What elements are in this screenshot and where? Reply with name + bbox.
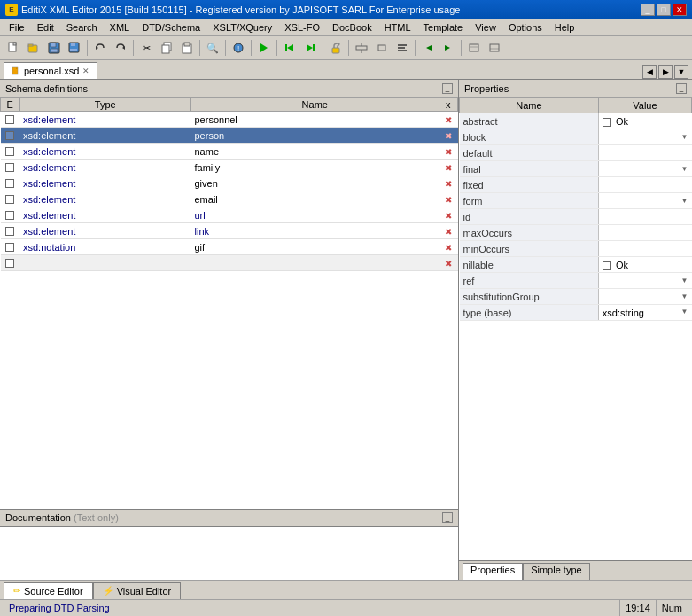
format-button[interactable] <box>393 38 412 58</box>
type-link[interactable]: xsd:element <box>23 194 75 205</box>
tab-source-editor[interactable]: ✏ Source Editor <box>4 582 93 599</box>
type-link[interactable]: xsd:element <box>23 130 75 141</box>
delete-icon[interactable]: ✖ <box>445 131 452 141</box>
cut-button[interactable]: ✂ <box>136 38 156 58</box>
menu-xml[interactable]: XML <box>105 21 136 34</box>
prop-value[interactable] <box>598 145 691 161</box>
menu-xslt[interactable]: XSLT/XQuery <box>207 21 277 34</box>
prop-row-default[interactable]: default <box>460 145 692 161</box>
table-row[interactable]: xsd:notation gif ✖ <box>1 239 458 255</box>
menu-template[interactable]: Template <box>418 21 469 34</box>
maximize-button[interactable]: □ <box>657 4 671 16</box>
type-link[interactable]: xsd:element <box>23 226 75 237</box>
add-definition-row[interactable]: ✖ <box>1 255 458 271</box>
table-row[interactable]: xsd:element email ✖ <box>1 191 458 207</box>
prop-row-maxoccurs[interactable]: maxOccurs <box>460 225 692 241</box>
expand-button[interactable] <box>352 38 371 58</box>
prop-value[interactable] <box>598 241 691 257</box>
prop-row-id[interactable]: id <box>460 209 692 225</box>
prop-row-ref[interactable]: ref ▼ <box>460 273 692 289</box>
tab-close-button[interactable]: ✕ <box>82 66 89 75</box>
dropdown-arrow-icon[interactable]: ▼ <box>681 165 688 173</box>
paste-button[interactable] <box>177 38 197 58</box>
properties-table[interactable]: Name Value abstract Ok <box>459 97 692 559</box>
dropdown-arrow-icon[interactable]: ▼ <box>681 133 688 141</box>
prop-row-final[interactable]: final ▼ <box>460 161 692 177</box>
row-checkbox[interactable] <box>5 163 14 172</box>
prop-value[interactable]: Ok <box>598 257 691 273</box>
doc-content-area[interactable] <box>0 527 458 580</box>
dropdown-arrow-icon[interactable]: ▼ <box>681 308 688 316</box>
tab-menu-button[interactable]: ▼ <box>674 65 688 79</box>
prop-row-nillable[interactable]: nillable Ok <box>460 257 692 273</box>
type-link[interactable]: xsd:element <box>23 210 75 221</box>
prop-value[interactable]: Ok <box>598 113 691 129</box>
type-link[interactable]: xsd:element <box>23 162 75 173</box>
table-row[interactable]: xsd:element given ✖ <box>1 175 458 191</box>
prop-checkbox[interactable] <box>603 118 611 127</box>
lock-button[interactable] <box>326 38 346 58</box>
tab-simple-type[interactable]: Simple type <box>523 563 589 580</box>
search-button[interactable]: 🔍 <box>203 38 222 58</box>
menu-edit[interactable]: Edit <box>32 21 59 34</box>
close-button[interactable]: ✕ <box>673 4 687 16</box>
delete-icon[interactable]: ✖ <box>445 147 452 157</box>
menu-docbook[interactable]: DocBook <box>327 21 377 34</box>
extra-button1[interactable] <box>464 38 484 58</box>
prop-value[interactable]: ▼ <box>598 289 691 305</box>
menu-view[interactable]: View <box>470 21 502 34</box>
table-row[interactable]: xsd:element personnel ✖ <box>1 112 458 128</box>
prop-row-abstract[interactable]: abstract Ok <box>460 113 692 129</box>
minimize-button[interactable]: _ <box>641 4 655 16</box>
prop-row-substitutiongroup[interactable]: substitutionGroup ▼ <box>460 289 692 305</box>
table-row[interactable]: xsd:element link ✖ <box>1 223 458 239</box>
menu-file[interactable]: File <box>4 21 30 34</box>
type-link[interactable]: xsd:notation <box>23 242 75 253</box>
prop-value[interactable]: ▼ <box>598 193 691 209</box>
dropdown-arrow-icon[interactable]: ▼ <box>681 292 688 300</box>
prop-value[interactable] <box>598 209 691 225</box>
doc-textarea[interactable] <box>0 527 458 580</box>
next-button[interactable] <box>300 38 320 58</box>
props-minimize-button[interactable]: _ <box>676 83 687 94</box>
prop-row-minoccurs[interactable]: minOccurs <box>460 241 692 257</box>
row-checkbox[interactable] <box>5 227 14 236</box>
delete-icon[interactable]: ✖ <box>445 115 452 125</box>
row-checkbox[interactable] <box>5 195 14 204</box>
row-checkbox[interactable] <box>5 147 14 156</box>
prop-value[interactable]: ▼ <box>598 273 691 289</box>
type-link[interactable]: xsd:element <box>23 146 75 157</box>
row-checkbox[interactable] <box>5 179 14 188</box>
prop-row-block[interactable]: block ▼ <box>460 129 692 145</box>
collapse-button[interactable] <box>372 38 392 58</box>
prop-value[interactable]: xsd:string ▼ <box>598 305 691 321</box>
prop-row-type-base[interactable]: type (base) xsd:string ▼ <box>460 305 692 321</box>
prop-value[interactable] <box>598 177 691 193</box>
open-button[interactable] <box>24 38 43 58</box>
table-row[interactable]: xsd:element name ✖ <box>1 144 458 160</box>
row-checkbox[interactable] <box>5 131 14 140</box>
row-checkbox[interactable] <box>5 115 14 124</box>
table-row[interactable]: xsd:element url ✖ <box>1 207 458 223</box>
dropdown-arrow-icon[interactable]: ▼ <box>681 277 688 285</box>
menu-dtdschema[interactable]: DTD/Schema <box>136 21 206 34</box>
tab-properties[interactable]: Properties <box>463 563 523 580</box>
save-all-button[interactable] <box>65 38 84 58</box>
tab-personal-xsd[interactable]: personal.xsd ✕ <box>4 62 97 79</box>
tab-next-button[interactable]: ▶ <box>658 65 673 79</box>
tab-prev-button[interactable]: ◀ <box>642 65 657 79</box>
schema-minimize-button[interactable]: _ <box>442 83 453 94</box>
delete-icon[interactable]: ✖ <box>445 243 452 253</box>
delete-icon[interactable]: ✖ <box>445 163 452 173</box>
arrow-left-button[interactable] <box>418 38 438 58</box>
run-button[interactable] <box>254 38 274 58</box>
dropdown-arrow-icon[interactable]: ▼ <box>681 197 688 205</box>
schema-table[interactable]: E Type Name x xsd:element personnel <box>0 97 458 508</box>
validate-button[interactable]: ! <box>229 38 248 58</box>
table-row[interactable]: xsd:element person ✖ <box>1 128 458 144</box>
prev-button[interactable] <box>280 38 299 58</box>
prop-checkbox[interactable] <box>603 261 611 270</box>
menu-html[interactable]: HTML <box>379 21 416 34</box>
delete-icon[interactable]: ✖ <box>445 179 452 189</box>
save-button[interactable] <box>44 38 64 58</box>
